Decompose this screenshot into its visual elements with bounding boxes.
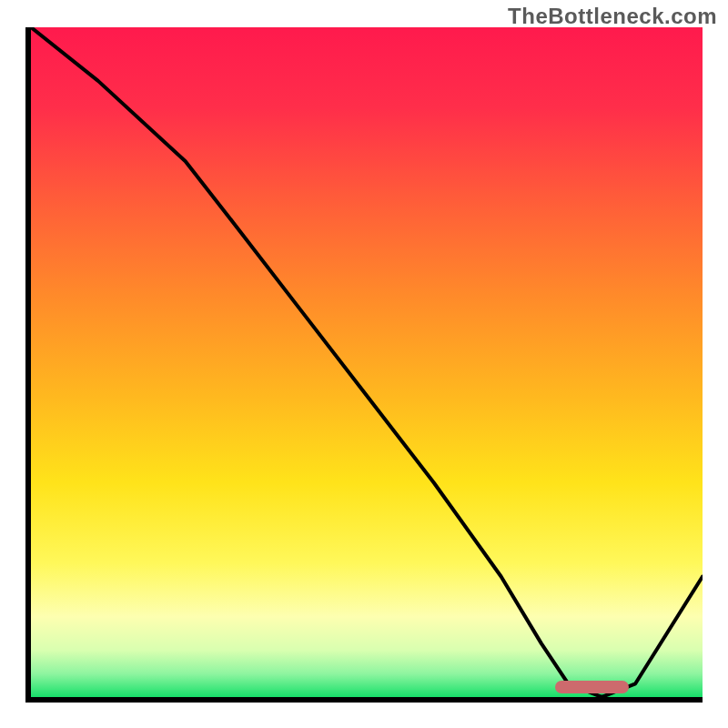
chart-frame: TheBottleneck.com	[0, 0, 728, 728]
optimal-range-marker	[555, 681, 629, 693]
curve-layer	[31, 27, 703, 697]
watermark-text: TheBottleneck.com	[508, 4, 717, 29]
plot-area	[25, 27, 703, 703]
bottleneck-curve-line	[31, 27, 703, 697]
